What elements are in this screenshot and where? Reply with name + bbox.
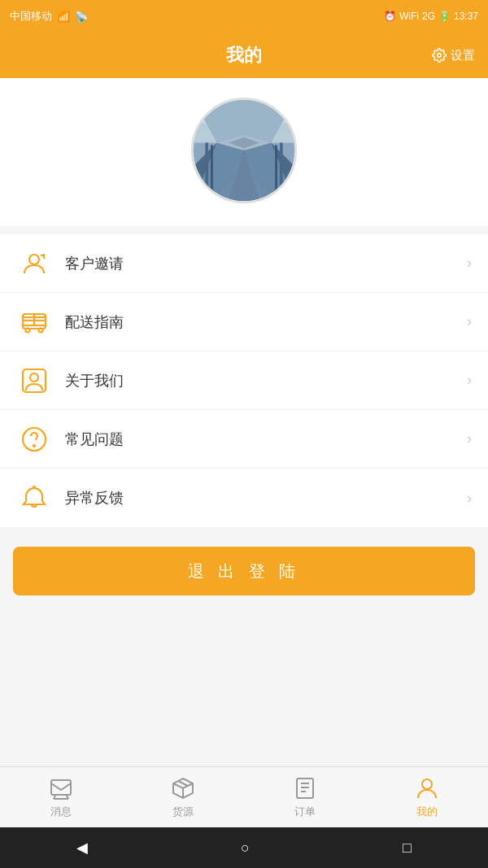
nav-label-messages: 消息: [50, 805, 72, 819]
menu-item-about-us[interactable]: 关于我们 ›: [0, 351, 488, 410]
status-right: ⏰ WiFi 2G 🔋 13:37: [384, 11, 478, 22]
signal-icon: 📶: [57, 11, 70, 23]
person-badge-icon-container: [16, 363, 52, 399]
bus-icon-container: [16, 304, 52, 340]
wifi-status-icon: WiFi: [399, 11, 419, 22]
svg-rect-14: [275, 145, 277, 201]
person-icon: [20, 249, 49, 278]
avatar-section: [0, 78, 488, 226]
nav-item-orders[interactable]: 订单: [244, 775, 366, 819]
back-button[interactable]: ◀: [76, 839, 88, 857]
svg-point-30: [30, 373, 38, 382]
nav-label-goods: 货源: [172, 805, 194, 819]
avatar-image: [194, 100, 294, 201]
menu-label-about-us: 关于我们: [65, 371, 467, 390]
svg-rect-12: [211, 145, 213, 201]
person-icon-container: [16, 246, 52, 281]
chevron-right-icon-3: ›: [467, 430, 472, 447]
mine-icon-container: [414, 775, 440, 801]
svg-line-39: [178, 781, 188, 786]
svg-point-24: [39, 328, 43, 332]
question-icon-container: [16, 421, 52, 457]
svg-point-18: [29, 255, 39, 264]
svg-rect-33: [51, 780, 71, 795]
chevron-right-icon-4: ›: [467, 490, 472, 507]
signal-bars-icon: 2G: [422, 11, 435, 22]
nav-label-mine: 我的: [416, 805, 438, 819]
menu-item-customer-invite[interactable]: 客户邀请 ›: [0, 234, 488, 293]
message-icon-container: [48, 775, 74, 801]
home-button[interactable]: ○: [241, 840, 250, 857]
gear-icon: [432, 48, 447, 63]
menu-label-faq: 常见问题: [65, 430, 467, 449]
bottom-nav: 消息 货源 订单: [0, 766, 488, 827]
status-bar: 中国移动 📶 📡 ⏰ WiFi 2G 🔋 13:37: [0, 0, 488, 33]
mine-icon: [415, 776, 439, 800]
wifi-icon: 📡: [75, 11, 88, 23]
svg-point-0: [438, 54, 442, 58]
nav-label-orders: 订单: [294, 805, 316, 819]
menu-item-feedback[interactable]: 异常反馈 ›: [0, 469, 488, 527]
logout-button[interactable]: 退 出 登 陆: [13, 547, 475, 595]
person-badge-icon: [20, 366, 49, 395]
status-left: 中国移动 📶 📡: [10, 9, 88, 24]
goods-icon-container: [170, 775, 196, 801]
alarm-icon: ⏰: [384, 11, 396, 22]
battery-icon: 🔋: [438, 11, 451, 22]
settings-label: 设置: [451, 48, 475, 63]
nav-bar: 我的 设置: [0, 33, 488, 78]
nav-item-messages[interactable]: 消息: [0, 775, 122, 819]
message-icon: [49, 776, 73, 800]
menu-label-feedback: 异常反馈: [65, 488, 467, 508]
bell-icon-container: [16, 480, 52, 516]
avatar[interactable]: [191, 98, 297, 203]
orders-icon: [293, 776, 317, 800]
question-icon: [20, 425, 49, 454]
bell-icon: [20, 483, 49, 513]
chevron-right-icon-2: ›: [467, 372, 472, 389]
menu-label-customer-invite: 客户邀请: [65, 254, 467, 273]
android-nav: ◀ ○ □: [0, 827, 488, 868]
chevron-right-icon-0: ›: [467, 255, 472, 272]
settings-button[interactable]: 设置: [432, 48, 475, 63]
orders-icon-container: [292, 775, 318, 801]
carrier-text: 中国移动: [10, 9, 52, 24]
menu-item-faq[interactable]: 常见问题 ›: [0, 410, 488, 469]
bus-icon: [20, 308, 49, 337]
menu-item-delivery-guide[interactable]: 配送指南 ›: [0, 293, 488, 351]
menu-label-delivery-guide: 配送指南: [65, 312, 467, 332]
svg-rect-13: [280, 142, 283, 201]
nav-item-goods[interactable]: 货源: [122, 775, 244, 819]
svg-point-44: [422, 779, 432, 789]
svg-point-23: [26, 328, 30, 332]
page-title: 我的: [226, 43, 262, 68]
svg-rect-11: [205, 142, 208, 201]
logout-section: 退 出 登 陆: [0, 527, 488, 615]
time-text: 13:37: [454, 11, 478, 22]
nav-item-mine[interactable]: 我的: [366, 775, 488, 819]
recent-button[interactable]: □: [403, 840, 412, 857]
svg-point-32: [33, 445, 35, 447]
goods-icon: [171, 776, 195, 800]
menu-list: 客户邀请 › 配送指南 › 关于我: [0, 234, 488, 527]
chevron-right-icon-1: ›: [467, 313, 472, 330]
